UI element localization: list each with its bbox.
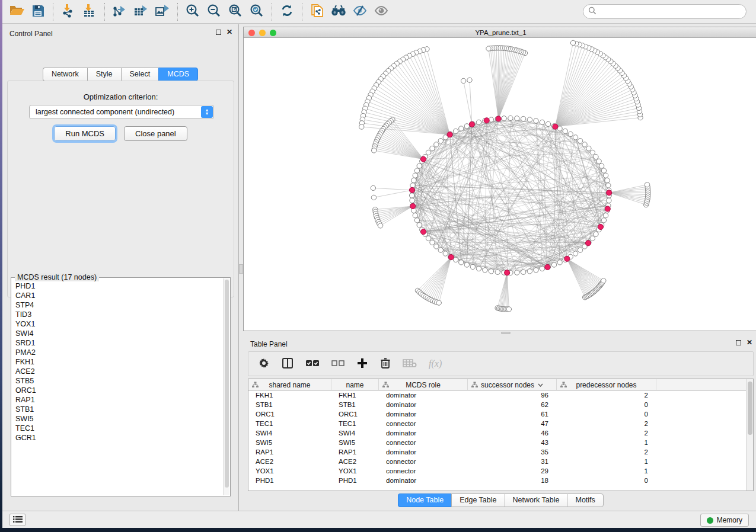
export-network-button[interactable] bbox=[109, 2, 130, 22]
mcds-result-item[interactable]: PMA2 bbox=[15, 348, 222, 357]
table-tabs: Node Table Edge Table Network Table Moti… bbox=[243, 493, 756, 507]
table-settings-button[interactable] bbox=[258, 357, 270, 371]
table-scrollbar[interactable] bbox=[746, 379, 753, 491]
network-titlebar[interactable]: YPA_prune.txt_1 bbox=[244, 27, 756, 38]
open-file-button[interactable] bbox=[6, 2, 27, 22]
function-builder-button[interactable]: f(x) bbox=[429, 358, 442, 369]
close-icon[interactable]: ✕ bbox=[227, 30, 232, 35]
export-image-button[interactable] bbox=[152, 2, 173, 22]
float-window-icon[interactable] bbox=[736, 340, 741, 345]
tab-network[interactable]: Network bbox=[43, 68, 87, 81]
add-column-button[interactable] bbox=[356, 357, 368, 371]
close-icon[interactable]: ✕ bbox=[747, 340, 752, 345]
memory-button[interactable]: Memory bbox=[700, 514, 749, 527]
zoom-in-button[interactable] bbox=[182, 2, 203, 22]
delete-column-button[interactable] bbox=[380, 357, 391, 371]
memory-label: Memory bbox=[717, 516, 742, 524]
mcds-result-item[interactable]: RAP1 bbox=[15, 395, 222, 405]
table-cell: SWI4 bbox=[331, 430, 379, 439]
column-header-MCDS-role[interactable]: MCDS role bbox=[379, 379, 468, 391]
maximize-traffic-icon[interactable] bbox=[270, 30, 276, 36]
dropdown-stepper-icon: ▲▼ bbox=[201, 106, 213, 118]
column-header-name[interactable]: name bbox=[331, 379, 379, 391]
minimize-traffic-icon[interactable] bbox=[259, 30, 266, 36]
mcds-result-item[interactable]: SWI5 bbox=[15, 414, 222, 424]
mcds-result-item[interactable]: YOX1 bbox=[15, 319, 222, 329]
delete-table-button[interactable] bbox=[403, 358, 417, 370]
zoom-selected-button[interactable] bbox=[246, 2, 267, 22]
mcds-result-item[interactable]: CAR1 bbox=[15, 291, 222, 300]
table-row[interactable]: FKH1FKH1dominator962 bbox=[248, 392, 746, 401]
mcds-result-item[interactable]: SRD1 bbox=[15, 338, 222, 348]
mcds-result-item[interactable]: PHD1 bbox=[15, 281, 222, 291]
close-panel-button[interactable]: Close panel bbox=[124, 126, 187, 141]
search-box[interactable] bbox=[583, 4, 747, 19]
network-canvas[interactable] bbox=[244, 39, 756, 331]
close-traffic-icon[interactable] bbox=[248, 30, 255, 36]
column-header-predecessor-nodes[interactable]: predecessor nodes bbox=[557, 379, 656, 391]
table-row[interactable]: RAP1RAP1dominator352 bbox=[248, 448, 746, 458]
task-history-button[interactable] bbox=[9, 514, 25, 526]
save-session-button[interactable] bbox=[27, 2, 49, 22]
trash-icon bbox=[380, 357, 391, 371]
tab-edge-table[interactable]: Edge Table bbox=[451, 493, 504, 507]
mcds-result-item[interactable]: TID3 bbox=[15, 310, 222, 319]
eye-slash-icon bbox=[352, 4, 368, 19]
tab-select[interactable]: Select bbox=[121, 68, 159, 81]
mcds-result-item[interactable]: GCR1 bbox=[15, 433, 222, 443]
table-row[interactable]: SWI5SWI5connector431 bbox=[248, 439, 746, 448]
search-network-button[interactable] bbox=[328, 2, 349, 22]
tab-network-table[interactable]: Network Table bbox=[505, 493, 567, 507]
mcds-result-item[interactable]: SWI4 bbox=[15, 329, 222, 338]
table-cell: 46 bbox=[468, 430, 557, 439]
node-table: shared namenameMCDS rolesuccessor nodesp… bbox=[248, 379, 754, 491]
mcds-result-item[interactable]: STB5 bbox=[15, 376, 222, 386]
float-window-icon[interactable] bbox=[216, 30, 221, 35]
table-cell: ACE2 bbox=[331, 458, 379, 467]
zoom-in-icon bbox=[186, 4, 200, 20]
select-all-button[interactable] bbox=[305, 359, 320, 369]
export-table-button[interactable] bbox=[130, 2, 152, 22]
hide-panels-button[interactable] bbox=[349, 2, 371, 22]
column-header-shared-name[interactable]: shared name bbox=[248, 379, 331, 391]
application-window: Control Panel ✕ Network Style Select MCD… bbox=[2, 0, 756, 528]
duplicate-network-button[interactable] bbox=[307, 2, 328, 22]
table-cell: RAP1 bbox=[331, 448, 379, 458]
choose-columns-button[interactable] bbox=[282, 357, 294, 371]
tab-style[interactable]: Style bbox=[87, 68, 121, 81]
table-row[interactable]: ACE2ACE2connector311 bbox=[248, 458, 746, 467]
table-row[interactable]: STB1STB1dominator620 bbox=[248, 401, 746, 411]
mcds-result-item[interactable]: ACE2 bbox=[15, 367, 222, 376]
vertical-splitter[interactable] bbox=[239, 24, 243, 511]
tab-mcds[interactable]: MCDS bbox=[158, 68, 198, 81]
mcds-result-item[interactable]: STB1 bbox=[15, 405, 222, 414]
table-cell: YOX1 bbox=[248, 467, 331, 477]
deselect-all-button[interactable] bbox=[331, 360, 344, 368]
search-input[interactable] bbox=[599, 8, 746, 16]
table-row[interactable]: TEC1TEC1connector472 bbox=[248, 420, 746, 430]
show-panels-button[interactable] bbox=[371, 2, 392, 22]
table-row[interactable]: PHD1PHD1dominator180 bbox=[248, 477, 746, 486]
mcds-result-item[interactable]: TEC1 bbox=[15, 424, 222, 433]
tab-node-table[interactable]: Node Table bbox=[398, 493, 451, 507]
mcds-result-scrollbar[interactable] bbox=[223, 278, 229, 495]
toolbar-separator bbox=[53, 3, 53, 21]
zoom-out-button[interactable] bbox=[203, 2, 225, 22]
table-cell: connector bbox=[379, 420, 468, 430]
zoom-fit-icon bbox=[228, 4, 243, 20]
table-cell: dominator bbox=[379, 392, 468, 401]
refresh-view-button[interactable] bbox=[276, 2, 298, 22]
run-mcds-button[interactable]: Run MCDS bbox=[54, 126, 116, 141]
mcds-result-item[interactable]: STP4 bbox=[15, 300, 222, 310]
import-network-button[interactable] bbox=[58, 2, 79, 22]
zoom-fit-button[interactable] bbox=[225, 2, 246, 22]
import-table-button[interactable] bbox=[79, 2, 100, 22]
column-header-successor-nodes[interactable]: successor nodes bbox=[468, 379, 557, 391]
criterion-dropdown[interactable]: largest connected component (undirected)… bbox=[29, 105, 214, 119]
tab-motifs[interactable]: Motifs bbox=[567, 493, 603, 507]
mcds-result-item[interactable]: ORC1 bbox=[15, 386, 222, 395]
mcds-result-item[interactable]: FKH1 bbox=[15, 357, 222, 367]
table-row[interactable]: SWI4SWI4dominator462 bbox=[248, 430, 746, 439]
table-row[interactable]: ORC1ORC1dominator610 bbox=[248, 411, 746, 420]
table-row[interactable]: YOX1YOX1connector291 bbox=[248, 467, 746, 477]
